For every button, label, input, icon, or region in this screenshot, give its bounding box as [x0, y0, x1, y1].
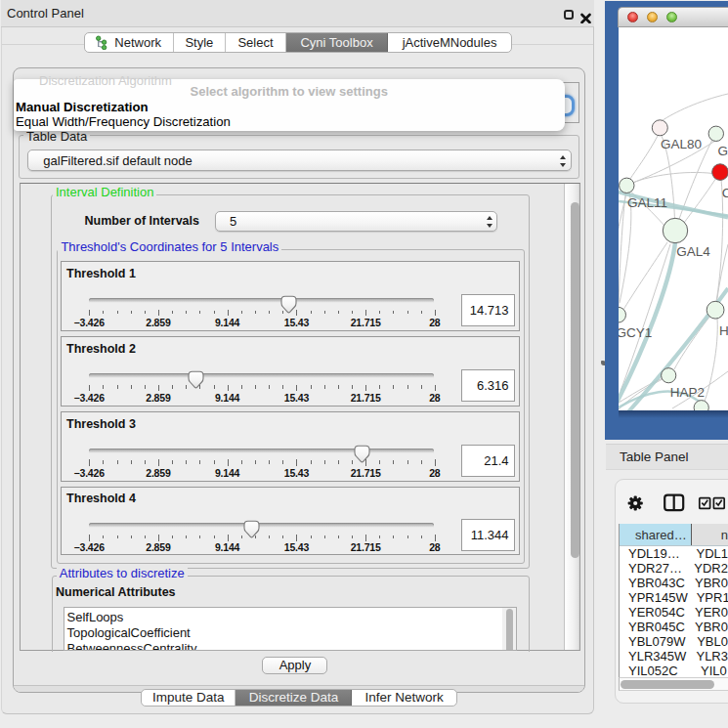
svg-text:GA: GA: [718, 144, 728, 158]
svg-text:GCY1: GCY1: [619, 325, 652, 340]
svg-text:GAL4: GAL4: [676, 244, 710, 259]
svg-text:H: H: [719, 323, 728, 338]
svg-text:GAL80: GAL80: [661, 137, 702, 151]
svg-text:GAL11: GAL11: [627, 195, 667, 210]
svg-text:HAP2: HAP2: [670, 385, 705, 400]
svg-text:C: C: [722, 186, 728, 200]
